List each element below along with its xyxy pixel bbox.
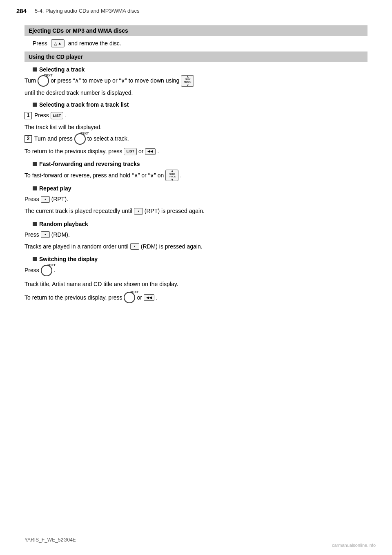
random-playback-line2: Tracks are played in a random order unti… bbox=[24, 242, 368, 252]
step-num-1: 1 bbox=[24, 112, 32, 119]
back-button-icon-2: ◀◀ bbox=[144, 294, 154, 301]
step-num-2: 2 bbox=[24, 135, 32, 143]
content-area: Ejecting CDs or MP3 and WMA discs Press … bbox=[0, 17, 392, 321]
rdm-button-icon-2: • bbox=[130, 243, 139, 250]
bullet-icon bbox=[33, 67, 37, 72]
page-header: 284 5-4. Playing audio CDs and MP3/WMA d… bbox=[0, 0, 392, 17]
repeat-play-line2: The current track is played repeatedly u… bbox=[24, 206, 368, 216]
fast-forward-subsection: Fast-forwarding and reversing tracks bbox=[33, 161, 368, 167]
watermark: carmanualsonline.info bbox=[332, 543, 376, 548]
bullet-icon-3 bbox=[33, 162, 37, 166]
switching-display-line3: To return to the previous display, press… bbox=[24, 292, 368, 303]
bullet-icon-6 bbox=[33, 257, 37, 261]
knob-text-label: TEXT bbox=[44, 73, 52, 78]
list-button-icon: LIST bbox=[51, 112, 64, 119]
step1-sub: The track list will be displayed. bbox=[24, 123, 368, 132]
repeat-play-subsection: Repeat play bbox=[33, 185, 368, 192]
random-playback-subsection: Random playback bbox=[33, 221, 368, 227]
knob-icon: TEXT bbox=[38, 75, 49, 87]
fast-forward-line: To fast-forward or reverse, press and ho… bbox=[24, 170, 368, 181]
using-cd-section-bar: Using the CD player bbox=[24, 51, 368, 62]
knob-text-label-3: TEXT bbox=[47, 262, 55, 268]
footer-model: YARIS_F_WE_52G04E bbox=[24, 537, 76, 543]
rdm-button-icon: • bbox=[41, 231, 50, 238]
list-button-icon-2: LIST bbox=[124, 148, 137, 155]
selecting-track-line1: Turn TEXT or press “∧” to move up or “∨”… bbox=[24, 75, 368, 87]
back-button-icon: ◀◀ bbox=[145, 148, 156, 155]
ejecting-section-bar: Ejecting CDs or MP3 and WMA discs bbox=[24, 25, 368, 36]
knob-text-label-2: TEXT bbox=[80, 131, 89, 137]
knob-icon-4: TEXT bbox=[124, 292, 135, 303]
repeat-play-line1: Press • (RPT). bbox=[24, 194, 368, 204]
page-number: 284 bbox=[16, 7, 27, 14]
selecting-list-subsection: Selecting a track from a track list bbox=[33, 101, 368, 108]
bullet-icon-5 bbox=[33, 222, 37, 226]
switching-display-line2: Track title, Artist name and CD title ar… bbox=[24, 280, 368, 289]
seek-track-button-icon: ∧ SEEK TRACK ∨ bbox=[181, 75, 194, 87]
switching-display-subsection: Switching the display bbox=[33, 256, 368, 262]
random-playback-line1: Press • (RDM). bbox=[24, 230, 368, 240]
selecting-track-subsection: Selecting a track bbox=[33, 66, 368, 73]
step1-row: 1 Press LIST . bbox=[24, 110, 368, 121]
rpt-button-icon-2: • bbox=[134, 208, 143, 215]
seek-track-button-icon-2: ∧ SEEK TRACK ∨ bbox=[165, 170, 178, 181]
eject-instruction: Press △ ▲ and remove the disc. bbox=[33, 39, 368, 47]
knob-icon-3: TEXT bbox=[41, 265, 52, 276]
rpt-button-icon: • bbox=[41, 196, 50, 203]
step2-row: 2 Turn and press TEXT to select a track. bbox=[24, 133, 368, 145]
page-title: 5-4. Playing audio CDs and MP3/WMA discs bbox=[35, 8, 140, 14]
switching-display-line1: Press TEXT . bbox=[24, 265, 368, 276]
step2-return-row: To return to the previous display, press… bbox=[24, 146, 368, 157]
bullet-icon-2 bbox=[33, 103, 37, 107]
eject-button-icon: △ ▲ bbox=[51, 39, 65, 47]
bullet-icon-4 bbox=[33, 186, 37, 190]
selecting-track-line2: until the desired track number is displa… bbox=[24, 88, 368, 97]
knob-icon-2: TEXT bbox=[74, 133, 86, 145]
knob-text-label-4: TEXT bbox=[130, 289, 138, 295]
